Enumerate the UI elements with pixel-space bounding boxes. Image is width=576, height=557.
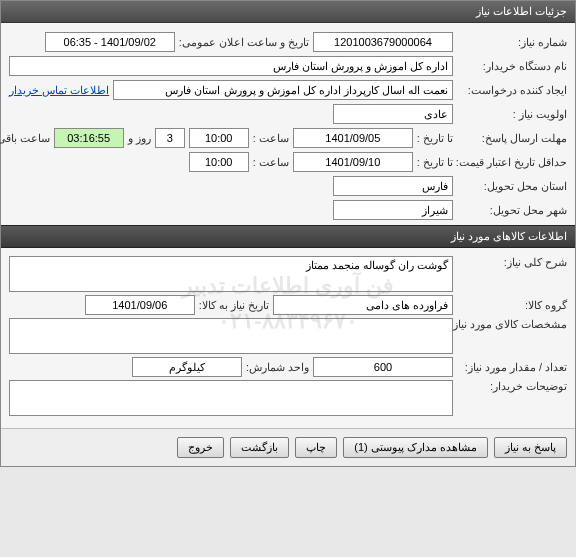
label-spec: مشخصات کالای مورد نیاز: <box>457 318 567 331</box>
spec-field[interactable] <box>9 318 453 354</box>
row-qty: تعداد / مقدار مورد نیاز: واحد شمارش: <box>9 356 567 378</box>
label-qty: تعداد / مقدار مورد نیاز: <box>457 361 567 374</box>
row-priority: اولویت نیاز : <box>9 103 567 125</box>
row-desc: شرح کلی نیاز: <box>9 256 567 292</box>
days-remaining-field <box>155 128 185 148</box>
label-deadline: مهلت ارسال پاسخ: <box>457 132 567 145</box>
need-info-section: شماره نیاز: تاریخ و ساعت اعلان عمومی: نا… <box>1 23 575 225</box>
announce-datetime-field[interactable] <box>45 32 175 52</box>
deadline-hour-field[interactable] <box>189 128 249 148</box>
label-hour-1: ساعت : <box>253 132 289 145</box>
back-button[interactable]: بازگشت <box>230 437 289 458</box>
validity-date-field[interactable] <box>293 152 413 172</box>
goods-section: فن آوری اطلاعات تدبیر ۰۲۱-۸۸۳۴۹۶۷۰ شرح ک… <box>1 248 575 428</box>
row-deadline: مهلت ارسال پاسخ: تا تاریخ : ساعت : روز و… <box>9 127 567 149</box>
label-days-and: روز و <box>128 132 151 145</box>
priority-field[interactable] <box>333 104 453 124</box>
label-need-date: تاریخ نیاز به کالا: <box>199 299 269 312</box>
province-field[interactable] <box>333 176 453 196</box>
label-need-number: شماره نیاز: <box>457 36 567 49</box>
group-field[interactable] <box>273 295 453 315</box>
row-buyer: نام دستگاه خریدار: <box>9 55 567 77</box>
need-date-field[interactable] <box>85 295 195 315</box>
label-remaining: ساعت باقی مانده <box>0 132 50 145</box>
respond-button[interactable]: پاسخ به نیاز <box>494 437 567 458</box>
label-until-1: تا تاریخ : <box>417 132 453 145</box>
label-validity: حداقل تاریخ اعتبار قیمت: <box>457 156 567 168</box>
row-province: استان محل تحویل: <box>9 175 567 197</box>
label-desc: شرح کلی نیاز: <box>457 256 567 269</box>
unit-field[interactable] <box>132 357 242 377</box>
label-announce: تاریخ و ساعت اعلان عمومی: <box>179 36 309 49</box>
row-city: شهر محل تحویل: <box>9 199 567 221</box>
label-buyer: نام دستگاه خریدار: <box>457 60 567 73</box>
time-remaining-field <box>54 128 124 148</box>
buyer-notes-field[interactable] <box>9 380 453 416</box>
label-city: شهر محل تحویل: <box>457 204 567 217</box>
need-details-window: جزئیات اطلاعات نیاز شماره نیاز: تاریخ و … <box>0 0 576 467</box>
window-title: جزئیات اطلاعات نیاز <box>476 5 567 17</box>
label-province: استان محل تحویل: <box>457 180 567 193</box>
row-buyer-notes: توضیحات خریدار: <box>9 380 567 416</box>
validity-hour-field[interactable] <box>189 152 249 172</box>
label-requester: ایجاد کننده درخواست: <box>457 84 567 97</box>
row-spec: مشخصات کالای مورد نیاز: <box>9 318 567 354</box>
row-validity: حداقل تاریخ اعتبار قیمت: تا تاریخ : ساعت… <box>9 151 567 173</box>
qty-field[interactable] <box>313 357 453 377</box>
label-until-2: تا تاریخ : <box>417 156 453 169</box>
deadline-date-field[interactable] <box>293 128 413 148</box>
row-requester: ایجاد کننده درخواست: اطلاعات تماس خریدار <box>9 79 567 101</box>
row-group: گروه کالا: تاریخ نیاز به کالا: <box>9 294 567 316</box>
label-priority: اولویت نیاز : <box>457 108 567 121</box>
requester-field[interactable] <box>113 80 453 100</box>
print-button[interactable]: چاپ <box>295 437 337 458</box>
attachments-button[interactable]: مشاهده مدارک پیوستی (1) <box>343 437 488 458</box>
label-group: گروه کالا: <box>457 299 567 312</box>
window-title-bar: جزئیات اطلاعات نیاز <box>1 1 575 23</box>
desc-field[interactable] <box>9 256 453 292</box>
row-need-number: شماره نیاز: تاریخ و ساعت اعلان عمومی: <box>9 31 567 53</box>
label-buyer-notes: توضیحات خریدار: <box>457 380 567 393</box>
label-unit: واحد شمارش: <box>246 361 309 374</box>
buyer-contact-link[interactable]: اطلاعات تماس خریدار <box>9 84 109 97</box>
label-hour-2: ساعت : <box>253 156 289 169</box>
button-bar: پاسخ به نیاز مشاهده مدارک پیوستی (1) چاپ… <box>1 428 575 466</box>
goods-section-title: اطلاعات کالاهای مورد نیاز <box>1 225 575 248</box>
city-field[interactable] <box>333 200 453 220</box>
exit-button[interactable]: خروج <box>177 437 224 458</box>
need-number-field[interactable] <box>313 32 453 52</box>
buyer-field[interactable] <box>9 56 453 76</box>
